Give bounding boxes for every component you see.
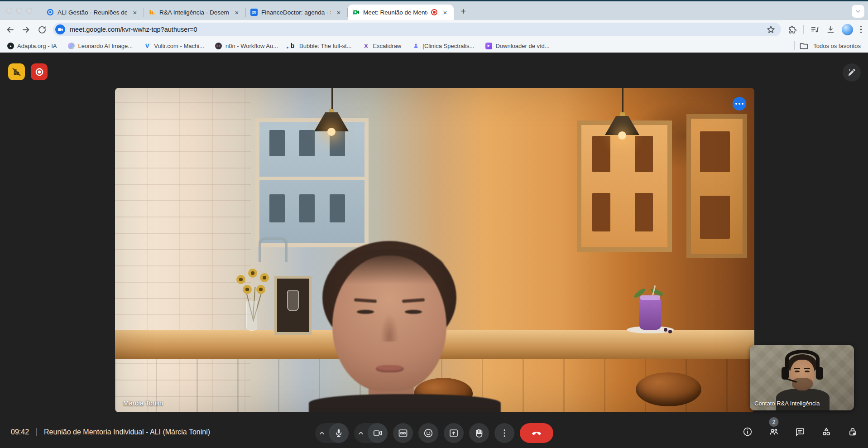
- tab-label: R&A Inteligência - Desempenh: [159, 9, 229, 16]
- close-tab-icon[interactable]: ×: [131, 8, 139, 16]
- mic-button[interactable]: [329, 423, 349, 443]
- bookmark-bubble[interactable]: b Bubble: The full-st...: [289, 42, 351, 49]
- chevron-down-icon: [854, 7, 862, 15]
- meeting-details-button[interactable]: [742, 426, 753, 437]
- clock-time: 09:42: [11, 428, 29, 436]
- media-controls-icon[interactable]: [810, 25, 820, 34]
- more-options-button[interactable]: [494, 423, 514, 443]
- meeting-info: 09:42 Reunião de Mentoria Individual - A…: [11, 428, 210, 436]
- clinica-icon: [412, 42, 419, 49]
- tab-meet-active[interactable]: Meet: Reunião de Mentori ×: [348, 5, 454, 20]
- bookmark-excalidraw[interactable]: X Excalidraw: [362, 42, 401, 49]
- call-controls: [315, 423, 553, 443]
- bookmark-vultr[interactable]: V Vultr.com - Machi...: [144, 42, 204, 49]
- new-tab-button[interactable]: +: [456, 5, 470, 18]
- self-view-tile[interactable]: Contato R&A Inteligência: [750, 345, 854, 410]
- chalkboard-sign: [274, 276, 312, 335]
- captions-extension-button[interactable]: [8, 63, 25, 80]
- mic-control-group: [315, 423, 349, 443]
- mic-options-button[interactable]: [315, 429, 329, 437]
- downloads-icon[interactable]: [826, 25, 835, 34]
- excalidraw-icon: X: [362, 42, 369, 49]
- tab-ali-gestao[interactable]: ALI Gestão - Reuniões de Alin ×: [42, 5, 144, 20]
- tab-label: FinanceDoctor: agenda - Sem: [261, 9, 331, 16]
- neck: [369, 383, 414, 406]
- lock-icon: [847, 426, 858, 437]
- face: [332, 255, 446, 391]
- extensions-icon[interactable]: [787, 25, 797, 34]
- back-icon[interactable]: [5, 25, 15, 34]
- close-tab-icon[interactable]: ×: [335, 8, 343, 16]
- window-far-right: [686, 114, 747, 258]
- raise-hand-button[interactable]: [469, 423, 489, 443]
- reload-icon[interactable]: [37, 25, 47, 34]
- tile-more-options-button[interactable]: [733, 97, 746, 111]
- annotate-button[interactable]: [843, 63, 861, 82]
- main-video-tile[interactable]: Márcia Tonini: [115, 88, 754, 412]
- bookmark-label: Leonardo AI Image...: [78, 43, 133, 49]
- tab-label: Meet: Reunião de Mentori: [363, 9, 427, 16]
- people-icon: [768, 426, 779, 437]
- close-tab-icon[interactable]: ×: [441, 8, 449, 16]
- bookmark-n8n[interactable]: n8n - Workflow Au...: [215, 42, 278, 49]
- zoom-window-button[interactable]: [26, 8, 32, 14]
- pen-sparkle-icon: [847, 67, 857, 77]
- headset-earcup: [816, 367, 823, 380]
- tab-ra-inteligencia[interactable]: R&A Inteligência - Desempenh ×: [144, 5, 245, 20]
- people-button[interactable]: 2: [768, 426, 779, 437]
- bookmarks-all-group[interactable]: Todos os favoritos: [794, 41, 861, 51]
- bookmark-label: Bubble: The full-st...: [299, 43, 351, 49]
- present-screen-button[interactable]: [444, 423, 464, 443]
- record-extension-button[interactable]: [31, 63, 48, 80]
- bookmark-clinica[interactable]: [Clinica Spectralis...: [412, 42, 474, 49]
- chat-button[interactable]: [795, 426, 806, 437]
- meeting-title: Reunião de Mentoria Individual - ALI (Má…: [44, 428, 210, 436]
- minimize-window-button[interactable]: [16, 8, 22, 14]
- address-bar[interactable]: meet.google.com/kvr-wwhz-tqp?authuser=0: [53, 23, 781, 36]
- info-icon: [742, 426, 753, 437]
- bookmarks-all-label: Todos os favoritos: [813, 43, 861, 49]
- leonardo-icon: [68, 43, 75, 49]
- meet-app: Márcia Tonini Contato R&A Inteligência 0…: [0, 53, 868, 448]
- captions-button[interactable]: [393, 423, 413, 443]
- camera-options-button[interactable]: [354, 429, 368, 437]
- flower-vase: [228, 267, 278, 335]
- headset-band: [785, 350, 820, 368]
- end-call-button[interactable]: [520, 423, 553, 443]
- bookmark-leonardo[interactable]: Leonardo AI Image...: [67, 42, 133, 49]
- panel-controls: 2: [742, 426, 858, 437]
- kebab-icon: [499, 428, 510, 438]
- bookmark-label: Adapta.org - IA: [17, 43, 57, 49]
- chat-icon: [795, 426, 806, 437]
- toolbar-separator: [803, 25, 804, 34]
- tree-silhouette: [631, 101, 735, 169]
- bookmark-label: Downloader de víd...: [495, 43, 549, 49]
- reactions-button[interactable]: [418, 423, 438, 443]
- bookmark-downloader[interactable]: ▶ Downloader de víd...: [485, 42, 549, 49]
- browser-window: ALI Gestão - Reuniões de Alin × R&A Inte…: [0, 0, 868, 448]
- hair: [322, 241, 456, 354]
- record-icon: [34, 67, 45, 77]
- bubble-icon: b: [289, 42, 296, 49]
- tab-financedoctor[interactable]: 20 FinanceDoctor: agenda - Sem ×: [246, 5, 347, 20]
- close-tab-icon[interactable]: ×: [233, 8, 241, 16]
- bookmark-star-icon[interactable]: [766, 25, 776, 34]
- profile-avatar[interactable]: [842, 24, 853, 35]
- building-disabled-icon: [12, 67, 21, 77]
- activities-button[interactable]: [821, 426, 832, 437]
- tab-search-button[interactable]: [852, 5, 864, 18]
- vultr-icon: V: [144, 42, 151, 49]
- bookmark-label: Excalidraw: [373, 43, 401, 49]
- end-call-icon: [531, 427, 542, 439]
- browser-menu-icon[interactable]: [859, 25, 863, 34]
- calendar-icon: 20: [250, 9, 258, 16]
- camera-button[interactable]: [368, 423, 388, 443]
- bar-stool: [636, 372, 701, 406]
- bookmark-adapta[interactable]: ▲ Adapta.org - IA: [7, 43, 57, 49]
- host-controls-button[interactable]: [847, 426, 858, 437]
- counter-front-panel: [115, 359, 754, 412]
- close-window-button[interactable]: [6, 8, 12, 14]
- bookmark-label: [Clinica Spectralis...: [422, 43, 474, 49]
- forward-icon[interactable]: [21, 25, 31, 34]
- bookmarks-separator: [794, 41, 795, 50]
